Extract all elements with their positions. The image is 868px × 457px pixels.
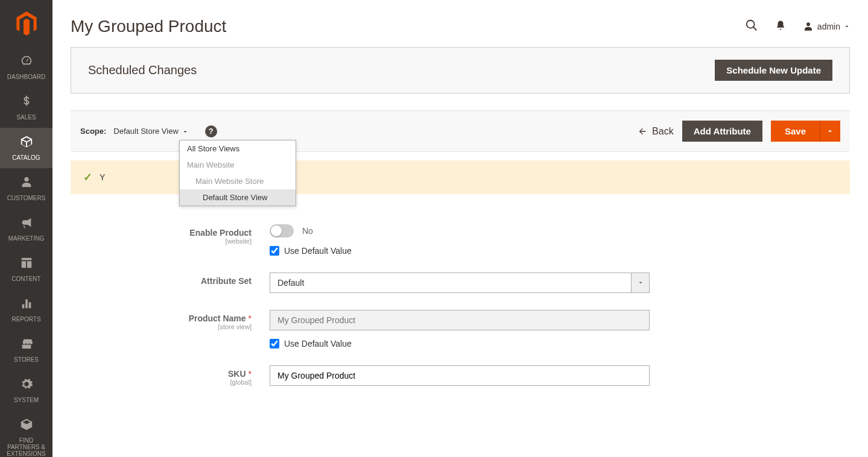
scope-selected-value: Default Store View bbox=[113, 127, 178, 136]
bars-icon bbox=[20, 297, 33, 314]
dashboard-icon bbox=[20, 54, 33, 71]
control-wrap: Default bbox=[270, 273, 650, 293]
sidebar-item-partners[interactable]: FIND PARTNERS & EXTENSIONS bbox=[0, 411, 52, 427]
control-wrap: No Use Default Value bbox=[270, 224, 650, 256]
sidebar-item-sales[interactable]: SALES bbox=[0, 87, 52, 128]
svg-line-1 bbox=[753, 27, 757, 30]
field-product-name: Product Name* [store view] Use Default V… bbox=[71, 310, 734, 348]
field-label: Enable Product bbox=[189, 228, 252, 238]
product-form: Enable Product [website] No Use Default … bbox=[71, 194, 734, 386]
use-default-label: Use Default Value bbox=[284, 246, 352, 256]
required-mark: * bbox=[249, 369, 252, 379]
header-actions: admin bbox=[745, 19, 850, 35]
toggle-value-label: No bbox=[302, 226, 313, 236]
main-content: My Grouped Product admin Scheduled Chang… bbox=[52, 0, 868, 427]
required-mark: * bbox=[249, 314, 252, 323]
field-sku: SKU* [global] bbox=[71, 365, 734, 386]
person-icon bbox=[20, 175, 33, 192]
page-title: My Grouped Product bbox=[71, 17, 226, 36]
control-wrap bbox=[270, 365, 650, 386]
scope-label: Scope: bbox=[80, 127, 106, 136]
page-header: My Grouped Product admin bbox=[71, 0, 850, 47]
check-icon: ✓ bbox=[83, 171, 92, 184]
sidebar-item-marketing[interactable]: MARKETING bbox=[0, 209, 52, 249]
sidebar-label: STORES bbox=[14, 356, 39, 363]
sidebar-label: DASHBOARD bbox=[7, 74, 45, 80]
scope-option-all[interactable]: All Store Views bbox=[180, 140, 296, 157]
schedule-new-update-button[interactable]: Schedule New Update bbox=[715, 60, 832, 81]
sidebar-label: MARKETING bbox=[8, 235, 44, 242]
action-bar: Scope: Default Store View ? Back Add Att… bbox=[71, 110, 850, 152]
svg-point-0 bbox=[747, 20, 755, 28]
bell-icon bbox=[775, 20, 786, 31]
sidebar-label: CATALOG bbox=[12, 154, 40, 161]
scope-option-store[interactable]: Main Website Store bbox=[180, 173, 296, 189]
magento-logo-icon bbox=[16, 11, 37, 36]
sidebar-label: SYSTEM bbox=[14, 397, 39, 403]
sidebar-item-dashboard[interactable]: DASHBOARD bbox=[0, 47, 52, 87]
dollar-icon bbox=[20, 95, 33, 112]
field-scope: [global] bbox=[71, 379, 252, 386]
content-icon bbox=[20, 256, 33, 273]
scope-option-website[interactable]: Main Website bbox=[180, 157, 296, 173]
use-default-row: Use Default Value bbox=[270, 246, 650, 256]
select-arrow[interactable] bbox=[632, 273, 650, 293]
help-icon[interactable]: ? bbox=[205, 125, 217, 137]
scope-wrap: Scope: Default Store View ? bbox=[71, 125, 217, 137]
control-wrap: Use Default Value bbox=[270, 310, 650, 348]
scope-selector[interactable]: Default Store View bbox=[113, 127, 188, 136]
user-menu[interactable]: admin bbox=[803, 21, 850, 32]
megaphone-icon bbox=[20, 216, 33, 233]
field-scope: [website] bbox=[71, 238, 252, 245]
field-attribute-set: Attribute Set Default bbox=[71, 273, 734, 293]
field-label: Attribute Set bbox=[201, 276, 252, 286]
sidebar-item-catalog[interactable]: CATALOG bbox=[0, 128, 52, 168]
gear-icon bbox=[20, 377, 33, 394]
label-wrap: Enable Product [website] bbox=[71, 224, 270, 245]
field-scope: [store view] bbox=[71, 323, 252, 330]
scheduled-changes-panel: Scheduled Changes Schedule New Update bbox=[71, 47, 850, 93]
scope-option-view[interactable]: Default Store View bbox=[180, 189, 296, 206]
product-name-input[interactable] bbox=[270, 310, 650, 330]
back-label: Back bbox=[652, 126, 674, 137]
label-wrap: Attribute Set bbox=[71, 273, 270, 286]
user-name: admin bbox=[817, 22, 840, 31]
scope-dropdown: All Store Views Main Website Main Websit… bbox=[179, 140, 296, 206]
attribute-set-select[interactable]: Default bbox=[270, 273, 650, 293]
use-default-checkbox-enable[interactable] bbox=[270, 246, 279, 256]
save-button[interactable]: Save bbox=[771, 121, 820, 142]
field-label: SKU bbox=[228, 369, 246, 379]
use-default-row: Use Default Value bbox=[270, 339, 650, 348]
sidebar-label: CONTENT bbox=[11, 276, 40, 282]
label-wrap: Product Name* [store view] bbox=[71, 310, 270, 330]
back-link[interactable]: Back bbox=[638, 126, 674, 137]
action-buttons: Back Add Attribute Save bbox=[638, 121, 850, 142]
sidebar-item-stores[interactable]: STORES bbox=[0, 330, 52, 370]
search-icon bbox=[745, 19, 758, 32]
banner-text: Y bbox=[100, 172, 105, 182]
save-dropdown-toggle[interactable] bbox=[820, 121, 840, 142]
field-enable-product: Enable Product [website] No Use Default … bbox=[71, 224, 734, 256]
magento-logo[interactable] bbox=[0, 0, 52, 47]
enable-product-toggle[interactable] bbox=[270, 224, 294, 238]
arrow-left-icon bbox=[638, 127, 647, 136]
sidebar-label: CUSTOMERS bbox=[7, 195, 46, 201]
search-button[interactable] bbox=[745, 19, 758, 35]
sidebar-item-reports[interactable]: REPORTS bbox=[0, 289, 52, 330]
add-attribute-button[interactable]: Add Attribute bbox=[682, 121, 762, 142]
chevron-down-icon bbox=[638, 280, 644, 286]
partners-icon bbox=[20, 418, 33, 427]
field-label: Product Name bbox=[189, 314, 246, 323]
use-default-checkbox-name[interactable] bbox=[270, 339, 279, 348]
chevron-down-icon bbox=[826, 128, 834, 135]
notifications-button[interactable] bbox=[775, 20, 786, 34]
label-wrap: SKU* [global] bbox=[71, 365, 270, 386]
select-value: Default bbox=[270, 273, 632, 293]
sidebar-label: REPORTS bbox=[11, 316, 40, 323]
sku-input[interactable] bbox=[270, 365, 650, 386]
sidebar-item-customers[interactable]: CUSTOMERS bbox=[0, 168, 52, 209]
admin-sidebar: DASHBOARD SALES CATALOG CUSTOMERS MARKET… bbox=[0, 0, 52, 427]
sidebar-item-content[interactable]: CONTENT bbox=[0, 249, 52, 289]
use-default-label: Use Default Value bbox=[284, 339, 352, 348]
sidebar-item-system[interactable]: SYSTEM bbox=[0, 370, 52, 411]
